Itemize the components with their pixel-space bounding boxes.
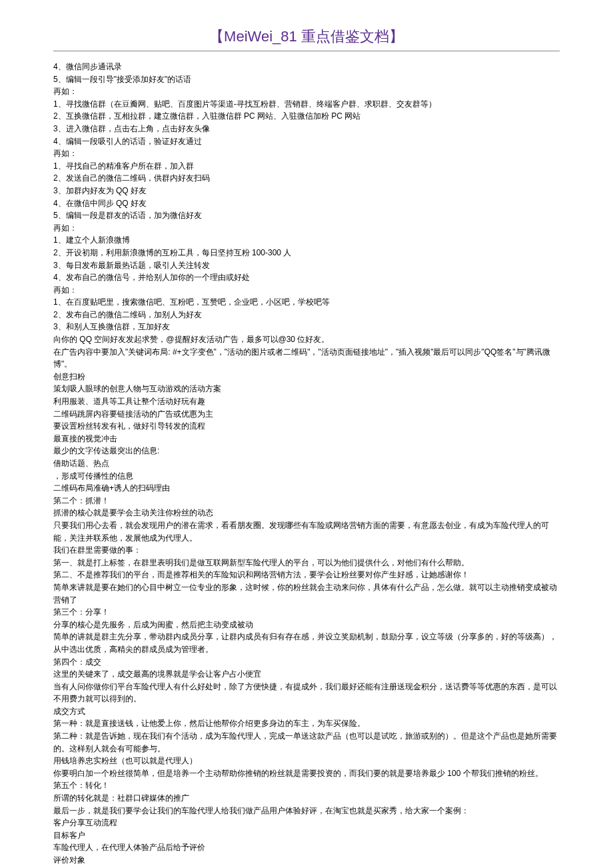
body-line: 所谓的转化就是：社群口碑媒体的推广 [53, 792, 560, 805]
body-line: 简单来讲就是要在她们的心目中树立一位专业的形象，这时候，你的粉丝就会主动来问你，… [53, 581, 560, 606]
body-line: 第三个：分享！ [53, 606, 560, 619]
body-line: 2、开设初期，利用新浪微博的互粉工具，每日坚持互粉 100-300 人 [53, 247, 560, 259]
body-line: 2、发布自己的微信二维码，加别人为好友 [53, 309, 560, 321]
header-divider [53, 51, 560, 51]
body-line: 最后一步，就是我们要学会让我们的车险代理人给我们做产品用户体验好评，在淘宝也就是… [53, 805, 560, 817]
body-line: 最直接的视觉冲击 [53, 433, 560, 445]
body-line: 第一种：就是直接送钱，让他爱上你，然后让他帮你介绍更多身边的车主，为车买保险。 [53, 717, 560, 730]
body-line: 第二个：抓潜！ [53, 495, 560, 507]
body-line: 车险代理人，在代理人体验产品后给予评价 [53, 841, 560, 854]
body-line: 1、寻找自己的精准客户所在群，加入群 [53, 160, 560, 173]
body-line: 第五个：转化！ [53, 779, 560, 792]
body-line: 创意扫粉 [53, 371, 560, 383]
document-body: 4、微信同步通讯录5、编辑一段引导"接受添加好友"的话语再如：1、寻找微信群（在… [53, 61, 560, 868]
body-line: 当有人问你做你们平台车险代理人有什么好处时，除了方便快捷，有提成外，我们最好还能… [53, 681, 560, 705]
body-line: 利用服装、道具等工具让整个活动好玩有趣 [53, 395, 560, 408]
body-line: 策划吸人眼球的创意人物与互动游戏的活动方案 [53, 383, 560, 395]
body-line: 分享的核心是先服务，后成为闺蜜，然后把主动变成被动 [53, 619, 560, 631]
body-line: 5、编辑一段引导"接受添加好友"的话语 [53, 73, 560, 86]
body-line: 用钱培养忠实粉丝（也可以就是代理人） [53, 755, 560, 767]
body-line: 1、建立个人新浪微博 [53, 234, 560, 247]
body-line: 3、进入微信群，点击右上角，点击好友头像 [53, 123, 560, 135]
body-line: 3、加群内好友为 QQ 好友 [53, 185, 560, 197]
body-line: 我们在群里需要做的事： [53, 544, 560, 557]
body-line: 再如： [53, 222, 560, 235]
body-line: 4、发布自己的微信号，并给别人加你的一个理由或好处 [53, 271, 560, 284]
body-line: 在广告内容中要加入"关键词布局: #+文字变色"，"活动的图片或者二维码"，"活… [53, 346, 560, 371]
body-line: 第四个：成交 [53, 656, 560, 669]
body-line: 二维码跳屏内容要链接活动的广告或优惠为主 [53, 408, 560, 421]
body-line: 3、每日发布最新最热话题，吸引人关注转发 [53, 259, 560, 272]
body-line: 第一、就是打上标签，在群里表明我们是做互联网新型车险代理人的平台，可以为他们提供… [53, 557, 560, 569]
body-line: 二维码布局准确+诱人的扫码理由 [53, 482, 560, 495]
body-line: 这里的关键来了，成交最高的境界就是学会让客户占小便宜 [53, 668, 560, 681]
body-line: 要设置粉丝转发有礼，做好引导转发的流程 [53, 420, 560, 433]
body-line: 4、微信同步通讯录 [53, 61, 560, 73]
body-line: 抓潜的核心就是要学会主动关注你粉丝的动态 [53, 507, 560, 519]
body-line: 成交方式 [53, 705, 560, 718]
body-line: 1、在百度贴吧里，搜索微信吧、互粉吧，互赞吧，企业吧，小区吧，学校吧等 [53, 296, 560, 309]
body-line: 1、寻找微信群（在豆瓣网、贴吧、百度图片等渠道-寻找互粉群、营销群、终端客户群、… [53, 98, 560, 111]
body-line: 5、编辑一段是群友的话语，加为微信好友 [53, 209, 560, 222]
body-line: 客户分享互动流程 [53, 817, 560, 829]
body-line: 只要我们用心去看，就会发现用户的潜在需求，看看朋友圈。发现哪些有车险或网络营销方… [53, 519, 560, 544]
body-line: 2、互换微信群，互相拉群，建立微信群，入驻微信群 PC 网站、入驻微信加粉 PC… [53, 110, 560, 123]
body-line: 第二种：就是告诉她，现在我们有个活动，成为车险代理人，完成一单送这款产品（也可以… [53, 730, 560, 755]
body-line: 简单的讲就是群主先分享，带动群内成员分享，让群内成员有归有存在感，并设立奖励机制… [53, 631, 560, 655]
body-line: 3、和别人互换微信群，互加好友 [53, 321, 560, 333]
body-line: 2、发送自己的微信二维码，供群内好友扫码 [53, 172, 560, 185]
body-line: 再如： [53, 284, 560, 297]
body-line: 向你的 QQ 空间好友发起求赞，@提醒好友活动广告，最多可以@30 位好友。 [53, 333, 560, 346]
body-line: 4、在微信中同步 QQ 好友 [53, 197, 560, 210]
body-line: 最少的文字传达最突出的信息: [53, 445, 560, 457]
body-line: 再如： [53, 85, 560, 98]
body-line: 目标客户 [53, 829, 560, 842]
body-line: 评价对象 [53, 854, 560, 867]
body-line: 你要明白加一个粉丝很简单，但是培养一个主动帮助你推销的粉丝就是需要投资的，而我们… [53, 767, 560, 780]
body-line: 第二、不是推荐我们的平台，而是推荐相关的车险知识和网络营销方法，要学会让粉丝要对… [53, 569, 560, 581]
body-line: ，形成可传播性的信息 [53, 470, 560, 483]
body-line: 4、编辑一段吸引人的话语，验证好友通过 [53, 135, 560, 148]
header-title: 【MeiWei_81 重点借鉴文档】 [53, 27, 560, 47]
body-line: 再如： [53, 147, 560, 160]
body-line: 借助话题、热点 [53, 457, 560, 470]
